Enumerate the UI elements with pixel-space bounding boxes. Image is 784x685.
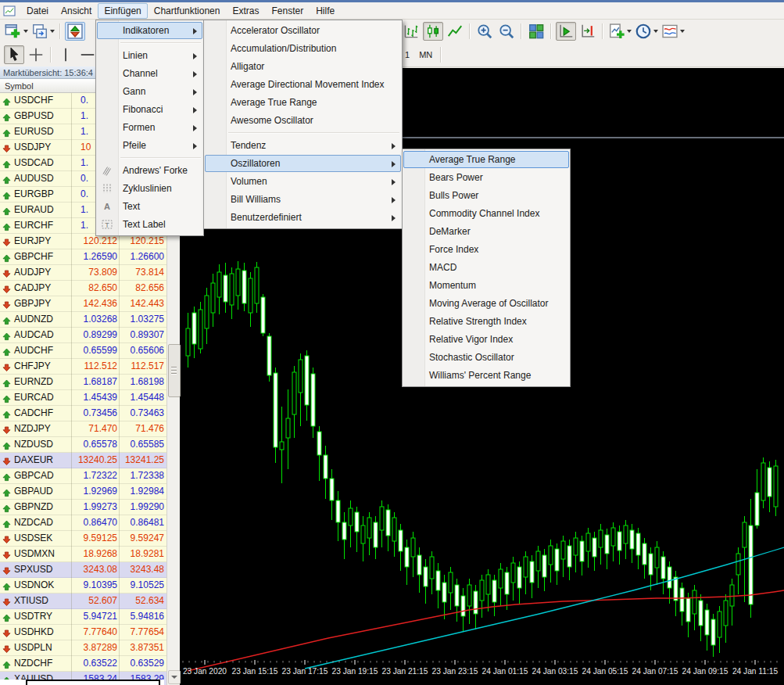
menu-item-formen[interactable]: Formen bbox=[96, 119, 203, 137]
symbol-label: USDHKD bbox=[14, 625, 54, 640]
vertical-line-button[interactable] bbox=[55, 45, 76, 64]
menubar-item-einfügen[interactable]: Einfügen bbox=[98, 3, 147, 19]
toolbar-separator bbox=[59, 23, 61, 39]
market-watch-row-USDMXN[interactable]: USDMXN18.926818.9281 bbox=[0, 547, 167, 562]
market-watch-row-CHFJPY[interactable]: CHFJPY112.512112.517 bbox=[0, 359, 167, 375]
submenu-arrow-icon bbox=[392, 161, 396, 167]
market-watch-row-GBPJPY[interactable]: GBPJPY142.436142.443 bbox=[0, 296, 167, 312]
market-watch-row-NZDCAD[interactable]: NZDCAD0.864700.86481 bbox=[0, 515, 167, 531]
market-watch-row-USDHKD[interactable]: USDHKD7.776407.77654 bbox=[0, 625, 167, 640]
submenu-arrow-icon bbox=[193, 53, 197, 59]
ask-value: 0.73463 bbox=[120, 406, 164, 421]
market-watch-row-NZDJPY[interactable]: NZDJPY71.47071.476 bbox=[0, 421, 167, 437]
menu-item-label: Moving Average of Oscillator bbox=[429, 298, 549, 309]
market-watch-row-CADCHF[interactable]: CADCHF0.734560.73463 bbox=[0, 406, 167, 421]
menu-item-zykluslinien[interactable]: Zykluslinien bbox=[96, 180, 203, 198]
market-watch-row-DAXEUR[interactable]: DAXEUR13240.2513241.25 bbox=[0, 453, 167, 468]
menu-item-text-label[interactable]: TText Label bbox=[96, 216, 203, 234]
symbol-label: USDTRY bbox=[14, 609, 52, 624]
market-watch-row-NZDUSD[interactable]: NZDUSD0.655780.65585 bbox=[0, 437, 167, 453]
menu-item-tendenz[interactable]: Tendenz bbox=[204, 137, 402, 155]
symbol-label: CADCHF bbox=[14, 406, 53, 421]
menu-item-label: Accelerator Oscillator bbox=[231, 25, 320, 36]
menu-item-relative-strength-index[interactable]: Relative Strength Index bbox=[403, 313, 570, 331]
symbol-label: USDCAD bbox=[14, 156, 54, 170]
market-watch-row-USDSEK[interactable]: USDSEK9.591259.59247 bbox=[0, 531, 167, 547]
menu-item-text[interactable]: AText bbox=[96, 198, 203, 216]
menu-item-linien[interactable]: Linien bbox=[96, 47, 203, 65]
bid-value: 0.65578 bbox=[72, 437, 117, 452]
menu-item-channel[interactable]: Channel bbox=[96, 65, 203, 83]
market-watch-row-USDTRY[interactable]: USDTRY5.947215.94816 bbox=[0, 609, 167, 625]
symbol-label: DAXEUR bbox=[14, 453, 53, 468]
market-watch-row-USDNOK[interactable]: USDNOK9.103959.10525 bbox=[0, 578, 167, 594]
bid-value: 9.10395 bbox=[72, 578, 117, 593]
ask-value: 0.86481 bbox=[120, 515, 164, 530]
menu-item-bill-williams[interactable]: Bill Williams bbox=[204, 191, 402, 209]
market-watch-row-GBPCAD[interactable]: GBPCAD1.723221.72338 bbox=[0, 468, 167, 484]
menu-item-commodity-channel-index[interactable]: Commodity Channel Index bbox=[403, 205, 570, 223]
menu-item-average-true-range[interactable]: Average True Range bbox=[403, 151, 570, 169]
market-watch-row-AUDCHF[interactable]: AUDCHF0.655990.65606 bbox=[0, 343, 167, 359]
menu-item-relative-vigor-index[interactable]: Relative Vigor Index bbox=[403, 331, 570, 349]
menu-item-andrews-forke[interactable]: Andrews' Forke bbox=[96, 162, 203, 180]
menu-item-pfeile[interactable]: Pfeile bbox=[96, 137, 203, 155]
menu-item-label: Text Label bbox=[123, 219, 166, 230]
menu-item-williams-percent-range[interactable]: Williams' Percent Range bbox=[403, 367, 570, 385]
menubar-item-ansicht[interactable]: Ansicht bbox=[55, 3, 98, 19]
market-watch-row-EURNZD[interactable]: EURNZD1.681871.68198 bbox=[0, 375, 167, 390]
ask-value: 73.814 bbox=[120, 265, 164, 280]
market-watch-row-EURCAD[interactable]: EURCAD1.454391.45448 bbox=[0, 390, 167, 406]
menu-item-average-directional-movement-index[interactable]: Average Directional Movement Index bbox=[204, 76, 402, 94]
market-watch-row-NZDCHF[interactable]: NZDCHF0.635220.63529 bbox=[0, 656, 167, 672]
menu-item-demarker[interactable]: DeMarker bbox=[403, 223, 570, 241]
crosshair-button[interactable] bbox=[26, 45, 46, 64]
menu-item-accelerator-oscillator[interactable]: Accelerator Oscillator bbox=[204, 22, 402, 40]
menu-item-bulls-power[interactable]: Bulls Power bbox=[403, 187, 570, 205]
cursor-button[interactable] bbox=[4, 45, 24, 64]
arrow-up-icon bbox=[2, 487, 11, 496]
scrollbar-thumb[interactable] bbox=[168, 344, 181, 397]
menu-item-fibonacci[interactable]: Fibonacci bbox=[96, 101, 203, 119]
menu-item-gann[interactable]: Gann bbox=[96, 83, 203, 101]
symbol-label: EURJPY bbox=[14, 234, 51, 249]
menu-item-moving-average-of-oscillator[interactable]: Moving Average of Oscillator bbox=[403, 295, 570, 313]
menu-item-momentum[interactable]: Momentum bbox=[403, 277, 570, 295]
menubar-item-datei[interactable]: Datei bbox=[20, 3, 55, 19]
menu-item-alligator[interactable]: Alligator bbox=[204, 58, 402, 76]
menu-item-awesome-oscillator[interactable]: Awesome Oscillator bbox=[204, 112, 402, 130]
symbol-label: GBPCAD bbox=[14, 468, 54, 483]
market-watch-row-XTIUSD[interactable]: XTIUSD52.60752.634 bbox=[0, 594, 167, 609]
menu-item-indikatoren[interactable]: Indikatoren bbox=[96, 22, 203, 40]
symbol-label: AUDUSD bbox=[14, 171, 54, 186]
menu-item-bears-power[interactable]: Bears Power bbox=[403, 169, 570, 187]
menu-item-force-index[interactable]: Force Index bbox=[403, 241, 570, 259]
market-watch-row-GBPNZD[interactable]: GBPNZD1.992731.99290 bbox=[0, 500, 167, 515]
market-watch-row-EURJPY[interactable]: EURJPY120.212120.215 bbox=[0, 234, 167, 249]
market-watch-row-AUDCAD[interactable]: AUDCAD0.892990.89307 bbox=[0, 328, 167, 343]
market-watch-button[interactable] bbox=[65, 22, 85, 41]
scrollbar-down-button[interactable] bbox=[168, 670, 181, 684]
ask-value: 7.77654 bbox=[120, 625, 164, 640]
market-watch-row-AUDNZD[interactable]: AUDNZD1.032681.03275 bbox=[0, 312, 167, 328]
menu-item-average-true-range[interactable]: Average True Range bbox=[204, 94, 402, 112]
menu-item-accumulation-distribution[interactable]: Accumulation/Distribution bbox=[204, 40, 402, 58]
new-chart-icon bbox=[5, 23, 22, 40]
time-axis-label: 23 Jan 2020 bbox=[183, 667, 227, 676]
menu-item-volumen[interactable]: Volumen bbox=[204, 173, 402, 191]
menu-item-benutzerdefiniert[interactable]: Benutzerdefiniert bbox=[204, 209, 402, 227]
market-watch-row-USDPLN[interactable]: USDPLN3.872893.87351 bbox=[0, 640, 167, 656]
bid-value: 13240.25 bbox=[72, 453, 117, 468]
menu-item-oszillatoren[interactable]: Oszillatoren bbox=[204, 155, 402, 173]
market-watch-row-AUDJPY[interactable]: AUDJPY73.80973.814 bbox=[0, 265, 167, 281]
menu-item-stochastic-oscillator[interactable]: Stochastic Oscillator bbox=[403, 349, 570, 367]
profiles-button[interactable] bbox=[30, 22, 55, 41]
new-chart-button[interactable] bbox=[4, 22, 29, 41]
menu-item-macd[interactable]: MACD bbox=[403, 259, 570, 277]
dropdown-caret-icon bbox=[50, 30, 55, 33]
market-watch-row-CADJPY[interactable]: CADJPY82.65082.656 bbox=[0, 281, 167, 296]
arrow-down-icon bbox=[2, 597, 11, 605]
market-watch-row-SPXUSD[interactable]: SPXUSD3243.083243.48 bbox=[0, 562, 167, 578]
market-watch-row-GBPAUD[interactable]: GBPAUD1.929691.92984 bbox=[0, 484, 167, 500]
market-watch-row-GBPCHF[interactable]: GBPCHF1.265901.26600 bbox=[0, 249, 167, 265]
